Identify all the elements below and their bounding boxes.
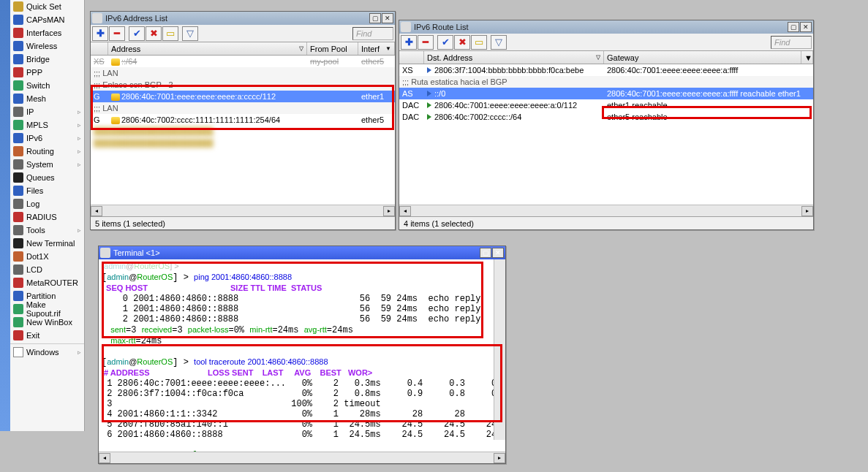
route-row[interactable]: DAC2806:40c:7001:eeee:eeee:eeee:a:0/112e… <box>399 99 813 111</box>
route-titlebar[interactable]: IPv6 Route List ▢ ✕ <box>399 20 813 34</box>
route-row[interactable]: ;;; Ruta estatica hacia el BGP <box>399 76 813 88</box>
address-table-body: XS::/64my-poolether5;;; LAN;;; Enlace co… <box>91 56 395 205</box>
comment-button[interactable]: ▭ <box>471 35 487 50</box>
enable-button[interactable]: ✔ <box>129 26 145 41</box>
sidebar-item-wireless[interactable]: Wireless <box>10 39 84 53</box>
scroll-left[interactable]: ◂ <box>99 453 110 463</box>
address-row[interactable]: ;;; Enlace con BGP - 2 <box>91 79 395 91</box>
close-button[interactable]: ✕ <box>382 13 393 23</box>
sidebar-item-queues[interactable]: Queues <box>10 171 84 184</box>
scroll-left[interactable]: ◂ <box>91 206 102 216</box>
mpls-icon <box>13 120 23 130</box>
remove-button[interactable]: ━ <box>418 35 434 50</box>
sidebar-item-make-supout-rif[interactable]: Make Supout.rif <box>10 302 84 316</box>
disable-button[interactable]: ✖ <box>146 26 162 41</box>
close-button[interactable]: ✕ <box>492 248 504 258</box>
terminal-window: Terminal <1> ▢ ✕ [admin@RouterOS] > [adm… <box>98 245 506 464</box>
sidebar-item-log[interactable]: Log <box>10 197 84 210</box>
sidebar-item-new-terminal[interactable]: New Terminal <box>10 237 84 250</box>
sidebar-item-bridge[interactable]: Bridge <box>10 53 84 66</box>
wifi-icon <box>13 41 23 51</box>
submenu-arrow-icon: ▹ <box>78 121 81 129</box>
blurred-row: █████████████████████ <box>91 126 395 137</box>
sidebar-item-interfaces[interactable]: Interfaces <box>10 26 84 39</box>
sidebar-item-mpls[interactable]: MPLS▹ <box>10 118 84 132</box>
add-button[interactable]: ✚ <box>401 35 417 50</box>
minimize-button[interactable]: ▢ <box>788 22 799 32</box>
sidebar-item-label: Routing <box>26 147 54 156</box>
minimize-button[interactable]: ▢ <box>369 13 381 23</box>
address-title: IPv6 Address List <box>105 14 369 23</box>
find-input[interactable]: Find <box>352 27 393 40</box>
address-row[interactable]: XS::/64my-poolether5 <box>91 56 395 67</box>
minimize-button[interactable]: ▢ <box>480 248 491 258</box>
interface-column[interactable]: Interf▼ <box>358 42 395 55</box>
v-scrollbar[interactable] <box>494 259 505 440</box>
sidebar-item-windows[interactable]: Windows▹ <box>10 346 84 359</box>
sidebar-item-ppp[interactable]: PPP <box>10 66 84 79</box>
h-scrollbar[interactable]: ◂▸ <box>399 205 813 216</box>
address-titlebar[interactable]: IPv6 Address List ▢ ✕ <box>91 12 395 25</box>
address-cell: 2806:40c:7001:eeee:eeee:eeee:a:cccc/112 <box>108 92 307 101</box>
address-row[interactable]: ;;; LAN <box>91 102 395 114</box>
sidebar-item-capsman[interactable]: CAPsMAN <box>10 13 84 26</box>
flag-column[interactable] <box>399 51 424 64</box>
comment-button[interactable]: ▭ <box>162 26 178 41</box>
route-row[interactable]: XS2806:3f7:1004:bbbb:bbbb:bbbb:f0ca:bebe… <box>399 64 813 76</box>
sidebar-item-lcd[interactable]: LCD <box>10 263 84 276</box>
h-scrollbar[interactable]: ◂▸ <box>99 452 505 463</box>
log-icon <box>13 199 23 209</box>
sidebar-item-files[interactable]: Files <box>10 184 84 197</box>
iface-cell: ether5 <box>358 115 393 124</box>
h-scrollbar[interactable]: ◂▸ <box>91 205 395 216</box>
address-column[interactable]: Address▽ <box>108 42 307 55</box>
filter-button[interactable]: ▽ <box>182 26 198 41</box>
frompool-column[interactable]: From Pool <box>307 42 358 55</box>
sidebar-item-label: Log <box>26 199 39 208</box>
comment-text: ;;; Ruta estatica hacia el BGP <box>399 77 813 86</box>
sidebar-item-switch[interactable]: Switch <box>10 79 84 92</box>
disable-button[interactable]: ✖ <box>454 35 470 50</box>
sidebar-item-tools[interactable]: Tools▹ <box>10 224 84 237</box>
filter-button[interactable]: ▽ <box>491 35 507 50</box>
address-row[interactable]: G2806:40c:7002:cccc:1111:1111:1111:254/6… <box>91 114 395 126</box>
route-row[interactable]: AS::/02806:40c:7001:eeee:eeee:eeee:a:fff… <box>399 88 813 99</box>
submenu-arrow-icon: ▹ <box>78 161 81 168</box>
add-button[interactable]: ✚ <box>92 26 108 41</box>
sidebar-item-routing[interactable]: Routing▹ <box>10 145 84 158</box>
close-button[interactable]: ✕ <box>800 22 812 32</box>
sidebar-item-exit[interactable]: Exit <box>10 329 84 342</box>
more-columns[interactable]: ▼ <box>801 51 813 64</box>
sidebar-item-mesh[interactable]: Mesh <box>10 92 84 105</box>
sidebar-item-ip[interactable]: IP▹ <box>10 105 84 118</box>
enable-button[interactable]: ✔ <box>437 35 453 50</box>
route-toolbar: ✚ ━ ✔ ✖ ▭ ▽ Find <box>399 34 813 51</box>
sidebar-item-label: CAPsMAN <box>26 15 65 24</box>
mesh-icon <box>13 94 23 104</box>
address-row[interactable]: ;;; LAN <box>91 67 395 79</box>
sidebar-item-metarouter[interactable]: MetaROUTER <box>10 276 84 289</box>
sidebar-item-label: IP <box>26 107 34 116</box>
flag-column[interactable] <box>91 42 108 55</box>
remove-button[interactable]: ━ <box>109 26 125 41</box>
sidebar-item-dot1x[interactable]: Dot1X <box>10 250 84 263</box>
sidebar-item-ipv6[interactable]: IPv6▹ <box>10 132 84 145</box>
scroll-right[interactable]: ▸ <box>494 453 505 463</box>
flag-cell: G <box>91 115 108 124</box>
scroll-left[interactable]: ◂ <box>399 206 411 216</box>
gateway-column[interactable]: Gateway <box>604 51 801 64</box>
sidebar-item-radius[interactable]: RADIUS <box>10 210 84 224</box>
pool-cell: my-pool <box>307 57 358 66</box>
address-row[interactable]: G2806:40c:7001:eeee:eeee:eeee:a:cccc/112… <box>91 91 395 102</box>
comment-text: ;;; LAN <box>91 104 395 113</box>
scroll-right[interactable]: ▸ <box>383 206 395 216</box>
route-row[interactable]: DAC2806:40c:7002:cccc::/64ether5 reachab… <box>399 111 813 123</box>
scroll-right[interactable]: ▸ <box>801 206 813 216</box>
terminal-titlebar[interactable]: Terminal <1> ▢ ✕ <box>99 246 505 259</box>
find-input[interactable]: Find <box>771 36 812 49</box>
dst-column[interactable]: Dst. Address▽ <box>424 51 604 64</box>
sidebar-item-system[interactable]: System▹ <box>10 158 84 171</box>
sidebar-item-quick-set[interactable]: Quick Set <box>10 0 84 13</box>
terminal-output[interactable]: [admin@RouterOS] > [admin@RouterOS] > pi… <box>99 259 505 452</box>
sidebar: Quick SetCAPsMANInterfacesWirelessBridge… <box>10 0 85 431</box>
